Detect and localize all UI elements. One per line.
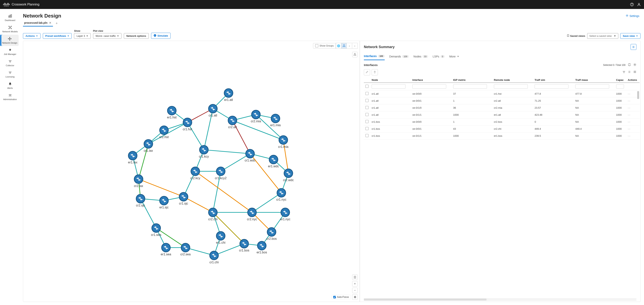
topology-node[interactable]: er1.lax — [128, 151, 137, 164]
col-capac[interactable]: Capac — [614, 77, 626, 83]
topology-link[interactable] — [252, 193, 281, 212]
nav-administration[interactable]: Administration — [0, 91, 20, 102]
topology-link[interactable] — [213, 171, 221, 212]
preset-workflows-button[interactable]: Preset workflows▼ — [43, 33, 72, 39]
topology-node[interactable]: cr2.nyc — [247, 208, 257, 221]
row-checkbox[interactable] — [366, 120, 368, 123]
settings-link[interactable]: Settings — [626, 14, 639, 18]
row-actions-button[interactable]: ··· — [628, 92, 630, 95]
topology-node[interactable]: er1.wdc — [268, 155, 279, 168]
row-checkbox[interactable] — [366, 92, 368, 95]
tab-more[interactable]: More▼ — [449, 54, 459, 60]
layers-list-button[interactable]: ☰ — [352, 274, 358, 280]
topology-canvas[interactable]: Show Groups 🌐 ‹ › er1.atlcr1.atlcr2.atlc… — [23, 41, 360, 302]
file-tab[interactable]: processed-lab.pln ✕ — [23, 21, 53, 27]
help-icon[interactable] — [630, 3, 634, 7]
topology-node[interactable]: er1.mia — [270, 114, 281, 127]
checkbox-icon[interactable] — [315, 44, 318, 47]
network-options-button[interactable]: Network options — [124, 33, 149, 39]
row-checkbox[interactable] — [366, 134, 368, 137]
view-globe-button[interactable]: 🌐 — [336, 43, 341, 49]
topology-node[interactable]: cr2.lax — [134, 175, 143, 188]
auto-focus-toggle[interactable]: Auto-Focus — [332, 295, 350, 299]
actions-button[interactable]: Actions▼ — [23, 33, 40, 39]
topology-link[interactable] — [140, 199, 156, 228]
col-traff-meas[interactable]: Traff meas — [574, 77, 614, 83]
row-checkbox[interactable] — [366, 106, 368, 109]
topology-link[interactable] — [204, 109, 213, 150]
topology-node[interactable]: cr1.mia — [278, 136, 288, 148]
topology-node[interactable]: cr1.hst — [183, 118, 192, 131]
table-row[interactable]: cr1.atl xe-0/0/1 1 cr2.atl 71.25 NA 1000… — [364, 97, 640, 104]
table-row[interactable]: cr1.bos xe-0/1/1 1000 er1.bos 239.5 NA 1… — [364, 132, 640, 139]
row-actions-button[interactable]: ··· — [628, 106, 630, 109]
save-view-button[interactable]: Save view▼ — [620, 33, 640, 39]
topology-node[interactable]: cr2.sea — [180, 243, 191, 256]
col-traff-sim[interactable]: Traff sim — [533, 77, 574, 83]
add-tab-button[interactable]: + — [54, 22, 59, 26]
simulate-button[interactable]: Simulate — [151, 33, 170, 39]
row-actions-button[interactable]: ··· — [628, 99, 630, 102]
panel-prev-button[interactable]: ‹ — [347, 43, 352, 49]
summary-expand-button[interactable]: ☰ — [630, 44, 636, 50]
plot-view-select[interactable]: Worst- case traffic▼ — [93, 33, 122, 39]
topology-node[interactable]: cr2.bos — [266, 228, 277, 240]
topology-link[interactable] — [232, 120, 283, 140]
topology-node[interactable]: er1.chi — [216, 232, 226, 244]
topology-node[interactable]: cr1.chi — [210, 251, 219, 264]
tab-lsps[interactable]: LSPs0 — [433, 54, 445, 60]
topology-node[interactable]: cr1.bos — [239, 239, 250, 252]
filter-meas-input[interactable] — [575, 84, 609, 89]
col-remote[interactable]: Remote node — [492, 77, 533, 83]
zoom-out-button[interactable]: − — [352, 288, 358, 293]
topology-node[interactable]: er1.hst — [167, 106, 177, 119]
fit-button[interactable]: ✥ — [352, 294, 358, 300]
compact-view-icon[interactable] — [633, 71, 636, 74]
topology-link[interactable] — [156, 228, 186, 247]
delete-button[interactable] — [372, 69, 378, 75]
nav-alerts[interactable]: Alerts — [0, 80, 20, 91]
topology-node[interactable]: cr2.chi — [208, 208, 218, 221]
topology-node[interactable]: cr1.kcy — [199, 145, 209, 158]
layer-select[interactable]: Layer 3▼ — [74, 33, 90, 39]
tab-demands[interactable]: Demands109 — [389, 54, 409, 60]
gear-icon[interactable] — [633, 63, 636, 67]
topology-node[interactable]: cr1.nyc — [276, 189, 286, 201]
topology-link[interactable] — [148, 122, 188, 144]
refresh-icon[interactable] — [628, 63, 631, 67]
topology-graph[interactable]: er1.atlcr1.atlcr2.atlcr2.miaer1.miacr1.m… — [23, 41, 360, 302]
topology-node[interactable]: cr2.atl — [228, 116, 237, 129]
vertical-scrollbar[interactable] — [637, 91, 639, 298]
topology-link[interactable] — [188, 122, 204, 150]
row-checkbox[interactable] — [366, 113, 368, 116]
topology-node[interactable]: cr2.kcy — [190, 167, 200, 180]
close-icon[interactable]: ✕ — [49, 21, 52, 24]
col-igp[interactable]: IGP metric — [452, 77, 492, 83]
topology-node[interactable]: cr1.wdc — [245, 149, 256, 162]
topology-link[interactable] — [232, 120, 250, 154]
nav-dashboard[interactable]: Dashboard — [0, 12, 20, 23]
panel-next-button[interactable]: › — [352, 43, 358, 49]
filter-cap-input[interactable] — [616, 84, 624, 89]
topology-node[interactable]: cr2.wdc — [283, 169, 294, 181]
topology-link[interactable] — [138, 179, 184, 197]
table-row[interactable]: cr1.atl xe-0/1/0 36 cr2.mia 23.57 NA 100… — [364, 104, 640, 111]
col-actions[interactable]: Actions — [626, 77, 640, 83]
topology-node[interactable]: cr1.lax — [144, 140, 153, 152]
row-checkbox[interactable] — [366, 127, 368, 130]
topology-node[interactable]: er1.nyc — [280, 208, 290, 221]
user-icon[interactable] — [637, 3, 641, 7]
topology-node[interactable]: er1.bos — [256, 241, 267, 254]
table-row[interactable]: cr1.atl xe-0/1/1 1000 er1.atl 423.48 NA … — [364, 111, 640, 118]
row-actions-button[interactable]: ··· — [628, 113, 630, 116]
tab-nodes[interactable]: Nodes33 — [414, 54, 428, 60]
table-row[interactable]: cr1.bos xe-0/0/0 1 cr2.bos 0 NA 1000 ··· — [364, 118, 640, 125]
nav-job-manager[interactable]: Job Manager — [0, 46, 20, 57]
col-node[interactable]: Node — [370, 77, 411, 83]
saved-view-select[interactable]: Select a saved view▼ — [587, 33, 618, 39]
row-checkbox[interactable] — [366, 99, 368, 102]
filter-node-input[interactable] — [372, 84, 406, 89]
show-groups-toggle[interactable]: Show Groups — [313, 43, 336, 49]
horizontal-scrollbar[interactable] — [364, 298, 636, 301]
topology-node[interactable]: cr2.mia — [251, 110, 261, 123]
